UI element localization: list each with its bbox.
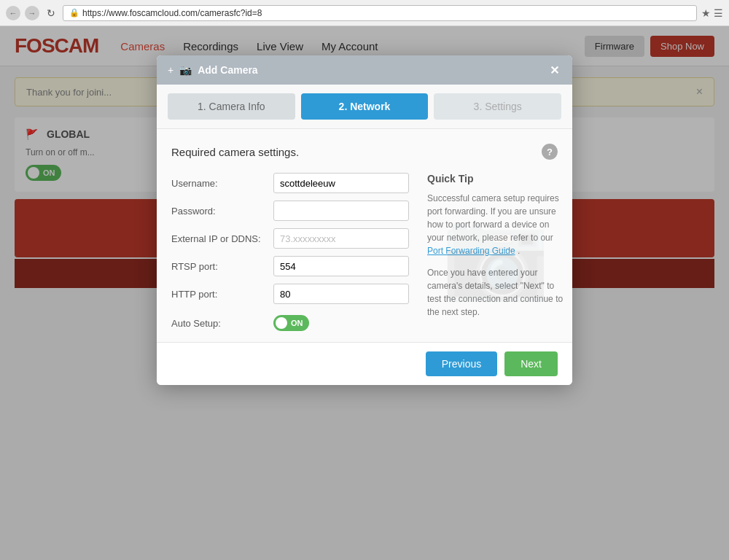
modal-title: Add Camera bbox=[198, 64, 257, 76]
password-input[interactable] bbox=[273, 201, 409, 221]
password-label: Password: bbox=[171, 206, 273, 217]
modal-section-header: Required camera settings. ? bbox=[171, 144, 558, 160]
rtsp-port-row: RTSP port: bbox=[171, 256, 409, 276]
help-icon[interactable]: ? bbox=[542, 144, 558, 160]
modal-overlay: + 📷 Add Camera ✕ 1. Camera Info 2. Netwo… bbox=[0, 26, 729, 560]
site-wrapper: FOSCAM Cameras Recordings Live View My A… bbox=[0, 26, 729, 560]
auto-setup-toggle-circle bbox=[276, 317, 287, 329]
next-button[interactable]: Next bbox=[504, 351, 558, 376]
modal-title-icon2: 📷 bbox=[179, 64, 192, 76]
browser-chrome: ← → ↻ 🔒 https://www.foscamcloud.com/came… bbox=[0, 0, 729, 26]
previous-button[interactable]: Previous bbox=[426, 351, 497, 376]
step-2-button[interactable]: 2. Network bbox=[301, 93, 429, 120]
http-port-input[interactable] bbox=[273, 284, 409, 304]
quick-tip-title: Quick Tip bbox=[427, 173, 566, 184]
add-camera-modal: + 📷 Add Camera ✕ 1. Camera Info 2. Netwo… bbox=[157, 55, 572, 385]
username-label: Username: bbox=[171, 178, 273, 189]
address-bar[interactable]: 🔒 https://www.foscamcloud.com/camerasfc?… bbox=[63, 5, 697, 21]
menu-button[interactable]: ☰ bbox=[714, 7, 723, 19]
ssl-lock-icon: 🔒 bbox=[69, 8, 79, 18]
step-3-button: 3. Settings bbox=[434, 93, 561, 120]
http-port-label: HTTP port: bbox=[171, 289, 273, 300]
username-row: Username: bbox=[171, 173, 409, 193]
auto-setup-row: Auto Setup: ON bbox=[171, 315, 409, 331]
form-column: Username: Password: External IP or DDNS: bbox=[171, 173, 409, 331]
modal-header: + 📷 Add Camera ✕ bbox=[157, 55, 572, 85]
camera-watermark-icon: 📷 bbox=[441, 203, 550, 306]
modal-body: Required camera settings. ? Username: Pa… bbox=[157, 129, 572, 342]
username-input[interactable] bbox=[273, 173, 409, 193]
modal-steps: 1. Camera Info 2. Network 3. Settings bbox=[157, 85, 572, 129]
password-row: Password: bbox=[171, 201, 409, 221]
url-text: https://www.foscamcloud.com/camerasfc?id… bbox=[82, 8, 262, 18]
external-ip-input[interactable] bbox=[273, 228, 409, 249]
auto-setup-label: Auto Setup: bbox=[171, 318, 273, 329]
modal-footer: Previous Next bbox=[157, 342, 572, 385]
auto-setup-toggle-label: ON bbox=[291, 319, 303, 327]
step-1-button[interactable]: 1. Camera Info bbox=[168, 93, 295, 120]
section-title: Required camera settings. bbox=[171, 146, 299, 158]
camera-add-icon: + bbox=[168, 64, 174, 76]
http-port-row: HTTP port: bbox=[171, 284, 409, 304]
auto-setup-toggle[interactable]: ON bbox=[273, 315, 309, 331]
external-ip-row: External IP or DDNS: bbox=[171, 228, 409, 249]
forward-button[interactable]: → bbox=[25, 6, 39, 20]
external-ip-label: External IP or DDNS: bbox=[171, 233, 273, 244]
bookmark-button[interactable]: ★ bbox=[701, 7, 711, 19]
modal-close-button[interactable]: ✕ bbox=[547, 63, 561, 77]
refresh-button[interactable]: ↻ bbox=[44, 6, 58, 20]
back-button[interactable]: ← bbox=[6, 6, 20, 20]
modal-title-area: + 📷 Add Camera bbox=[168, 64, 258, 76]
rtsp-port-input[interactable] bbox=[273, 256, 409, 276]
rtsp-port-label: RTSP port: bbox=[171, 261, 273, 272]
